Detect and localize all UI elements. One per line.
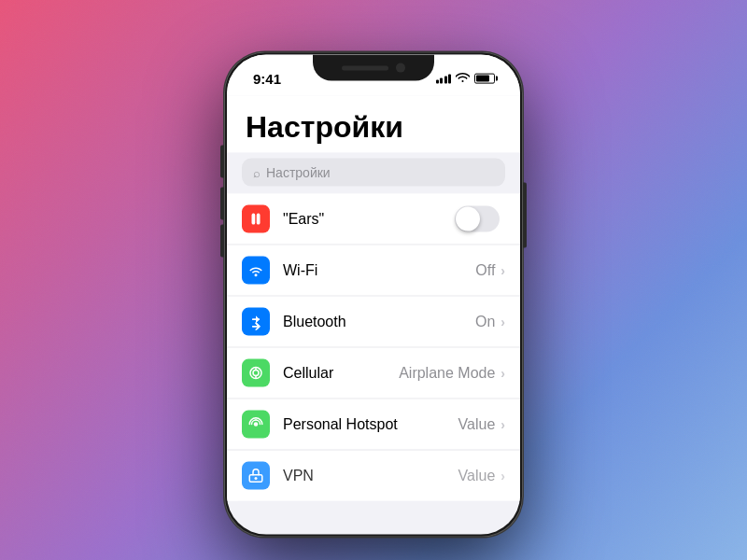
settings-item-hotspot[interactable]: Personal Hotspot Value › xyxy=(227,399,520,451)
signal-bar-3 xyxy=(444,77,447,84)
bluetooth-value: On xyxy=(475,314,495,330)
phone-screen: 9:41 xyxy=(227,55,520,535)
search-container[interactable]: ⌕ Настройки xyxy=(227,153,520,194)
svg-point-13 xyxy=(255,477,258,480)
search-bar[interactable]: ⌕ Настройки xyxy=(242,159,505,187)
signal-icon xyxy=(436,73,452,84)
settings-item-wifi[interactable]: Wi-Fi Off › xyxy=(227,245,520,297)
signal-bar-4 xyxy=(448,75,451,84)
cellular-chevron: › xyxy=(500,366,505,381)
bluetooth-label: Bluetooth xyxy=(283,314,475,330)
settings-list: "Ears" Wi-Fi Off xyxy=(227,194,520,501)
search-placeholder: Настройки xyxy=(266,165,331,180)
settings-header: Настройки xyxy=(227,96,520,153)
search-icon: ⌕ xyxy=(253,165,261,179)
svg-point-11 xyxy=(254,423,259,427)
ears-toggle-knob xyxy=(456,207,480,231)
status-icons xyxy=(436,71,499,85)
vpn-label: VPN xyxy=(283,468,458,484)
hotspot-value: Value xyxy=(458,416,496,433)
ears-label: "Ears" xyxy=(283,211,455,228)
phone-notch xyxy=(313,55,434,81)
notch-camera xyxy=(396,63,405,73)
settings-item-ears[interactable]: "Ears" xyxy=(227,194,520,245)
wifi-icon xyxy=(456,71,470,85)
cellular-value: Airplane Mode xyxy=(399,365,495,382)
hotspot-icon xyxy=(242,411,270,439)
svg-rect-1 xyxy=(257,214,261,225)
svg-rect-0 xyxy=(252,214,256,225)
ears-icon xyxy=(242,205,270,233)
wifi-value: Off xyxy=(475,262,495,279)
ears-toggle[interactable] xyxy=(455,206,500,232)
status-time: 9:41 xyxy=(253,70,281,86)
hotspot-chevron: › xyxy=(500,417,505,432)
wifi-label: Wi-Fi xyxy=(283,262,475,279)
phone-frame: 9:41 xyxy=(224,52,523,538)
bluetooth-chevron: › xyxy=(500,315,505,329)
vpn-chevron: › xyxy=(500,469,505,483)
settings-title: Настройки xyxy=(246,111,501,144)
vpn-icon xyxy=(242,462,270,490)
svg-point-8 xyxy=(253,371,259,376)
signal-bar-1 xyxy=(436,80,439,84)
bluetooth-icon xyxy=(242,308,270,336)
notch-speaker xyxy=(342,65,388,70)
settings-item-bluetooth[interactable]: Bluetooth On › xyxy=(227,297,520,348)
cellular-icon xyxy=(242,359,270,387)
wifi-settings-icon xyxy=(242,257,270,285)
vpn-value: Value xyxy=(458,468,496,484)
hotspot-label: Personal Hotspot xyxy=(283,416,458,433)
wifi-chevron: › xyxy=(500,263,505,278)
battery-icon xyxy=(474,73,498,83)
settings-item-vpn[interactable]: VPN Value › xyxy=(227,451,520,501)
svg-point-2 xyxy=(255,274,258,277)
signal-bar-2 xyxy=(440,78,443,84)
settings-item-cellular[interactable]: Cellular Airplane Mode › xyxy=(227,348,520,399)
cellular-label: Cellular xyxy=(283,365,399,382)
phone-outer-shell: 9:41 xyxy=(224,52,523,538)
